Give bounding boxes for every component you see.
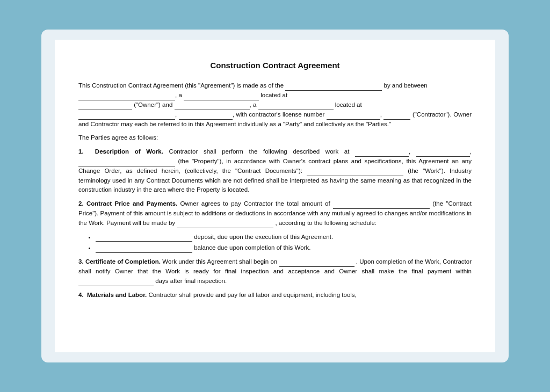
payment-bullet-list: deposit, due upon the execution of this … (96, 233, 472, 253)
property-addr-blank[interactable] (355, 150, 409, 157)
license-state-blank[interactable] (383, 113, 410, 120)
deposit-blank[interactable] (96, 235, 192, 242)
section-4: 4. Materials and Labor. Contractor shall… (78, 291, 472, 300)
intro-text: This Construction Contract Agreement (th… (78, 82, 284, 89)
party2-addr-blank[interactable] (78, 113, 175, 120)
start-date-blank[interactable] (279, 260, 354, 267)
property-state-blank[interactable] (78, 160, 175, 166)
section-4-number: 4. Materials and Labor. (78, 292, 147, 298)
party1-addr1-blank[interactable] (78, 104, 132, 110)
contract-price-blank[interactable] (333, 202, 430, 209)
parties-agree: The Parties agree as follows: (78, 133, 472, 143)
section-2: 2. Contract Price and Payments. Owner ag… (78, 199, 472, 228)
section-1-text: Contractor shall perform the following d… (169, 148, 350, 155)
date-blank[interactable] (285, 84, 382, 91)
payment-schedule-blank[interactable] (177, 222, 273, 228)
party2-type-blank[interactable] (258, 104, 334, 110)
section-2-text: Owner agrees to pay Contractor the total… (180, 200, 330, 207)
document: Construction Contract Agreement This Con… (55, 40, 495, 352)
section-3: 3. Certificate of Completion. Work under… (78, 257, 472, 286)
contractor-label: ("Contractor"). (412, 111, 452, 118)
document-wrapper: Construction Contract Agreement This Con… (41, 30, 509, 362)
payment-days-blank[interactable] (78, 280, 154, 286)
balance-blank[interactable] (96, 246, 192, 253)
document-title: Construction Contract Agreement (78, 59, 472, 71)
party1-name-blank[interactable] (78, 94, 175, 100)
bullet-2-text: balance due upon completion of this Work… (194, 244, 310, 251)
property-city-blank[interactable] (416, 150, 470, 157)
intro-paragraph: This Construction Contract Agreement (th… (78, 81, 472, 129)
work-desc-blank[interactable] (307, 170, 403, 176)
party1-type-blank[interactable] (184, 94, 259, 100)
section-3-number: 3. Certificate of Completion. (78, 258, 161, 265)
bullet-item-2: balance due upon completion of this Work… (96, 243, 472, 253)
license-number-blank[interactable] (327, 113, 380, 120)
section-3-text3: days after final inspection. (155, 278, 227, 284)
section-1: 1. Description of Work. Contractor shall… (78, 147, 472, 195)
section-3-text: Work under this Agreement shall begin on (162, 258, 277, 265)
section-1-number: 1. Description of Work. (78, 148, 163, 155)
bullet-item-1: deposit, due upon the execution of this … (96, 233, 472, 242)
party2-name-blank[interactable] (175, 104, 250, 110)
section-2-text3: , according to the following schedule: (275, 220, 377, 226)
license-label: with contractor's license number (236, 111, 324, 118)
section-4-text: Contractor shall provide and pay for all… (148, 292, 356, 298)
bullet-1-text: deposit, due upon the execution of this … (194, 234, 333, 240)
party2-city-blank[interactable] (179, 113, 233, 120)
section-2-number: 2. Contract Price and Payments. (78, 200, 177, 207)
